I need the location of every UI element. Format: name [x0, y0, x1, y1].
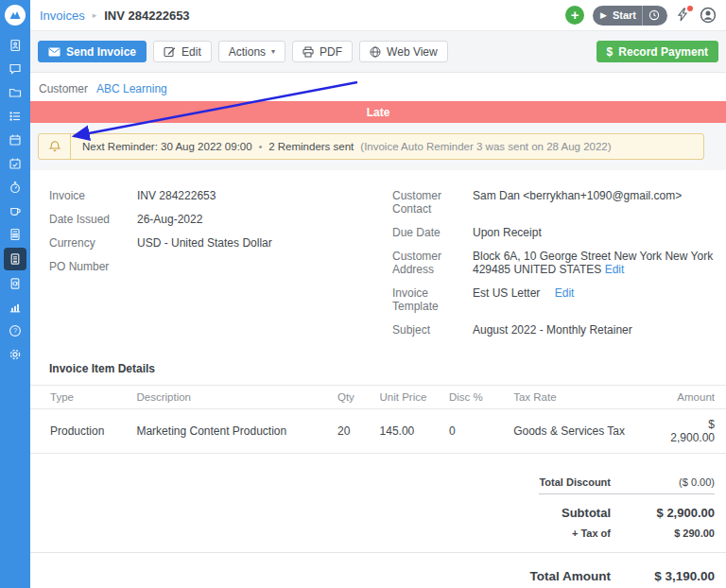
edit-button[interactable]: Edit	[153, 41, 212, 62]
pdf-button[interactable]: PDF	[292, 41, 353, 62]
total-amount-label: Total Amount	[530, 569, 611, 583]
details-left-column: Invoice INV 284222653 Date Issued 26-Aug…	[49, 189, 392, 347]
avaza-logo[interactable]	[5, 5, 26, 26]
total-discount-label: Total Discount	[539, 476, 611, 488]
totals-divider	[30, 552, 726, 553]
cell-description: Marketing Content Production	[136, 409, 337, 454]
tax-value: $ 290.00	[611, 527, 715, 539]
sidebar-item-help[interactable]: ?	[0, 319, 30, 342]
totals-section: Total Discount ($ 0.00) Subtotal $ 2,900…	[30, 476, 726, 539]
cell-unit-price: 145.00	[380, 409, 449, 454]
customer-contact-label: Customer Contact	[392, 189, 473, 216]
folder-icon	[9, 86, 22, 99]
topbar-actions: + ▶ Start	[565, 6, 717, 26]
currency-label: Currency	[49, 236, 137, 250]
date-issued-label: Date Issued	[49, 213, 137, 226]
clock-icon[interactable]	[648, 9, 660, 21]
sidebar-item-invoices[interactable]	[0, 246, 30, 271]
cell-type: Production	[30, 409, 136, 454]
detail-row-due-date: Due Date Upon Receipt	[392, 226, 715, 239]
address-text: Block 6A, 10 George Street New York New …	[473, 250, 713, 276]
record-payment-label: Record Payment	[618, 45, 708, 59]
send-invoice-button[interactable]: Send Invoice	[38, 41, 147, 62]
bullet-separator: •	[259, 142, 263, 152]
invoice-template-value: Est US Letter Edit	[473, 286, 715, 313]
user-icon	[700, 7, 717, 24]
sidebar-item-reports[interactable]	[0, 295, 30, 319]
detail-row-subject: Subject August 2022 - Monthly Retainer	[392, 323, 715, 337]
task-list-icon	[9, 110, 22, 123]
web-view-button[interactable]: Web View	[359, 41, 448, 62]
detail-row-customer-address: Customer Address Block 6A, 10 George Str…	[392, 250, 715, 276]
sidebar-item-expenses[interactable]	[0, 199, 30, 222]
customer-address-value: Block 6A, 10 George Street New York New …	[473, 250, 715, 276]
header-type: Type	[30, 386, 136, 409]
web-view-label: Web View	[387, 45, 438, 59]
breadcrumb-separator-icon: ▸	[93, 10, 97, 20]
subject-value: August 2022 - Monthly Retainer	[473, 323, 715, 337]
edit-template-link[interactable]: Edit	[555, 286, 575, 300]
edit-label: Edit	[182, 45, 201, 59]
pencil-icon	[164, 45, 176, 58]
invoice-number: INV 284222653	[137, 189, 216, 202]
cell-amount: $ 2,900.00	[670, 409, 726, 454]
total-amount-value: $ 3,190.00	[611, 569, 715, 583]
reminders-sent-text: 2 Reminders sent	[268, 141, 354, 152]
sidebar: ?	[0, 0, 30, 588]
sidebar-item-chat[interactable]	[0, 57, 30, 80]
details-right-column: Customer Contact Sam Dan <berrykhan+1090…	[392, 189, 715, 347]
reminder-section: Next Reminder: 30 Aug 2022 09:00 • 2 Rem…	[30, 123, 726, 170]
breadcrumb-invoices-link[interactable]: Invoices	[40, 9, 85, 23]
header-unit-price: Unit Price	[380, 386, 449, 409]
invoice-details: Invoice INV 284222653 Date Issued 26-Aug…	[30, 170, 726, 347]
table-row: Production Marketing Content Production …	[30, 409, 726, 454]
reminder-text: Next Reminder: 30 Aug 2022 09:00 • 2 Rem…	[71, 134, 623, 159]
status-banner: Late	[30, 101, 726, 123]
notification-dot	[687, 6, 693, 11]
dollar-icon: $	[607, 45, 614, 59]
bell-cell	[39, 134, 71, 159]
quick-add-button[interactable]: +	[565, 6, 584, 25]
calendar-check-icon	[9, 157, 22, 170]
due-date-label: Due Date	[392, 226, 473, 239]
edit-address-link[interactable]: Edit	[605, 263, 625, 276]
template-name: Est US Letter	[473, 286, 540, 300]
topbar: Invoices ▸ INV 284222653 + ▶ Start	[30, 0, 726, 31]
invoice-label: Invoice	[49, 189, 137, 202]
active-item-highlight	[4, 248, 26, 270]
gear-icon	[9, 348, 22, 361]
sidebar-item-schedule[interactable]	[0, 128, 30, 151]
record-payment-button[interactable]: $ Record Payment	[596, 41, 718, 62]
sidebar-item-contacts[interactable]	[0, 33, 30, 57]
calendar-icon	[9, 133, 22, 147]
svg-text:?: ?	[13, 326, 17, 335]
whats-new-button[interactable]	[676, 8, 691, 23]
avaza-logo-icon	[9, 9, 22, 22]
toolbar: Send Invoice Edit Actions ▾ PDF Web View…	[30, 31, 726, 73]
header-qty: Qty	[337, 386, 380, 409]
printer-icon	[302, 46, 314, 58]
date-issued-value: 26-Aug-2022	[137, 213, 202, 226]
sidebar-item-projects[interactable]	[0, 80, 30, 104]
sidebar-item-settings[interactable]	[0, 342, 30, 366]
timer-widget[interactable]: ▶ Start	[593, 6, 667, 26]
header-disc: Disc %	[449, 386, 513, 409]
actions-button[interactable]: Actions ▾	[218, 41, 285, 62]
send-invoice-label: Send Invoice	[66, 45, 136, 59]
help-icon: ?	[9, 324, 22, 337]
sidebar-item-estimates[interactable]	[0, 222, 30, 246]
sidebar-item-timesheets[interactable]	[0, 151, 30, 175]
subtotal-row: Subtotal $ 2,900.00	[562, 506, 715, 520]
next-reminder-text: Next Reminder: 30 Aug 2022 09:00	[82, 141, 252, 152]
sidebar-item-timer[interactable]	[0, 175, 30, 199]
reminder-banner: Next Reminder: 30 Aug 2022 09:00 • 2 Rem…	[38, 133, 704, 160]
customer-name-link[interactable]: ABC Learning	[96, 82, 167, 95]
sidebar-item-recurring-invoices[interactable]	[0, 271, 30, 295]
tax-label: + Tax of	[572, 527, 611, 539]
account-button[interactable]	[700, 7, 717, 24]
detail-row-invoice: Invoice INV 284222653	[49, 189, 392, 202]
invoice-items-table: Type Description Qty Unit Price Disc % T…	[30, 385, 726, 454]
sidebar-item-tasks[interactable]	[0, 104, 30, 128]
cell-qty: 20	[337, 409, 380, 454]
total-amount-row: Total Amount $ 3,190.00	[30, 569, 726, 583]
